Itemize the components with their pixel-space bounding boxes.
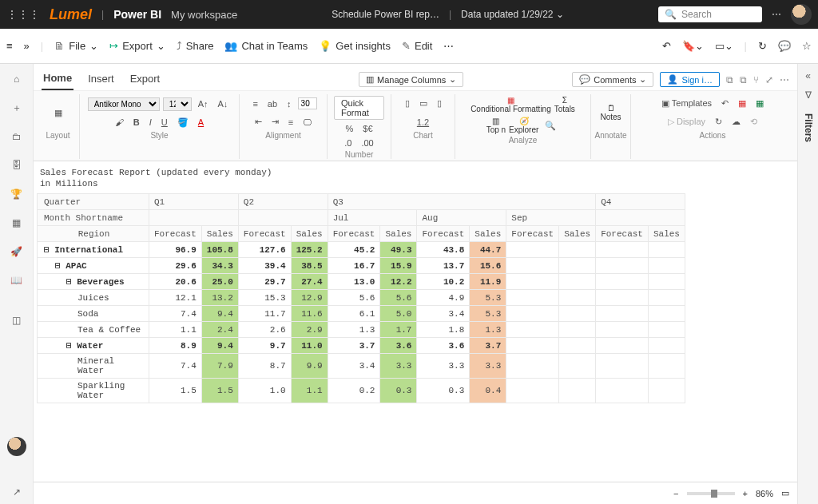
data-cell[interactable]: 27.4 — [291, 274, 328, 290]
topn-button[interactable]: ▥Top n — [486, 117, 506, 134]
data-cell[interactable]: 7.4 — [149, 306, 202, 322]
col-forecast[interactable]: Forecast — [328, 226, 380, 242]
search-icon[interactable]: 🔍 — [542, 120, 559, 132]
nav-toggle-icon[interactable]: ≡ — [6, 40, 13, 52]
notes-button[interactable]: 🗒Notes — [600, 104, 621, 121]
data-cell[interactable] — [506, 242, 559, 258]
grid-icon[interactable]: ▦ — [735, 97, 749, 109]
explorer-button[interactable]: 🧭Explorer — [509, 117, 538, 134]
col-forecast[interactable]: Forecast — [238, 226, 291, 242]
data-cell[interactable] — [596, 290, 649, 306]
data-cell[interactable]: 3.3 — [470, 354, 506, 379]
data-cell[interactable]: 29.6 — [149, 258, 202, 274]
data-cell[interactable]: 20.6 — [149, 274, 202, 290]
table-row[interactable]: Tea & Coffee1.12.42.62.91.31.71.81.3 — [38, 322, 685, 338]
data-cell[interactable]: 44.7 — [470, 242, 506, 258]
data-cell[interactable] — [648, 242, 685, 258]
data-cell[interactable] — [559, 274, 596, 290]
refresh-icon[interactable]: ↻ — [712, 116, 725, 128]
data-cell[interactable]: 3.4 — [328, 354, 380, 379]
data-cell[interactable]: 45.2 — [328, 242, 380, 258]
align-num-input[interactable] — [298, 97, 317, 109]
manage-columns-button[interactable]: ▥Manage Columns⌄ — [359, 72, 463, 87]
data-cell[interactable]: 38.5 — [291, 258, 328, 274]
brush-icon[interactable]: 🖌 — [112, 117, 127, 128]
data-cell[interactable] — [559, 258, 596, 274]
data-cell[interactable] — [506, 290, 559, 306]
chart-col-icon[interactable]: ▯ — [402, 97, 413, 109]
data-cell[interactable] — [506, 274, 559, 290]
data-cell[interactable]: 3.7 — [328, 338, 380, 354]
table-row[interactable]: ⊟ APAC29.634.339.438.516.715.913.715.6 — [38, 258, 685, 274]
book-icon[interactable]: 📖 — [10, 273, 24, 288]
data-cell[interactable] — [648, 274, 685, 290]
comments-button[interactable]: 💬Comments⌄ — [572, 72, 653, 87]
app-launcher-icon[interactable]: ⋮⋮⋮ — [6, 8, 40, 21]
data-cell[interactable]: 2.6 — [238, 322, 291, 338]
col-forecast[interactable]: Forecast — [149, 226, 202, 242]
table-row[interactable]: Sparkling Water1.51.51.01.10.20.30.30.4 — [38, 379, 685, 403]
data-cell[interactable] — [559, 242, 596, 258]
col-jul[interactable]: Jul — [328, 210, 417, 226]
data-cell[interactable]: 9.7 — [238, 338, 291, 354]
data-cell[interactable]: 4.9 — [417, 290, 470, 306]
edit-button[interactable]: ✎Edit — [402, 40, 432, 52]
col-q3[interactable]: Q3 — [328, 194, 595, 210]
data-cell[interactable]: 16.7 — [328, 258, 380, 274]
data-cell[interactable]: 12.1 — [149, 290, 202, 306]
data-cell[interactable]: 11.0 — [291, 338, 328, 354]
data-cell[interactable]: 3.3 — [417, 354, 470, 379]
plus-icon[interactable]: ＋ — [10, 101, 24, 115]
copy2-icon[interactable]: ⧉ — [740, 74, 747, 85]
data-cell[interactable] — [596, 354, 649, 379]
data-cell[interactable] — [596, 274, 649, 290]
data-cell[interactable]: 0.2 — [328, 379, 380, 403]
row-height-icon[interactable]: ↕ — [284, 98, 295, 109]
table-row[interactable]: Mineral Water7.47.98.79.93.43.33.33.3 — [38, 354, 685, 379]
data-cell[interactable] — [506, 306, 559, 322]
data-cell[interactable]: 9.4 — [201, 338, 238, 354]
sync-icon[interactable]: ⟲ — [747, 116, 760, 128]
data-cell[interactable]: 3.3 — [380, 354, 417, 379]
grid-icon[interactable]: ▦ — [10, 216, 24, 230]
data-cell[interactable]: 7.4 — [149, 354, 202, 379]
data-cell[interactable] — [596, 379, 649, 403]
data-cell[interactable]: 43.8 — [417, 242, 470, 258]
data-cell[interactable]: 1.8 — [417, 322, 470, 338]
view-icon[interactable]: ▭⌄ — [715, 40, 733, 52]
templates-button[interactable]: ▣ Templates — [658, 97, 715, 109]
collapse-icon[interactable]: « — [805, 70, 811, 81]
data-cell[interactable]: 3.6 — [380, 338, 417, 354]
data-cell[interactable]: 11.9 — [470, 274, 506, 290]
refresh-icon[interactable]: ↻ — [758, 40, 767, 52]
italic-icon[interactable]: I — [146, 117, 155, 128]
data-cell[interactable]: 1.0 — [238, 379, 291, 403]
bold-icon[interactable]: B — [130, 117, 143, 128]
decimal-inc-icon[interactable]: .0 — [341, 137, 355, 149]
data-cell[interactable]: 105.8 — [201, 242, 238, 258]
data-cell[interactable]: 3.4 — [417, 306, 470, 322]
search-box[interactable]: 🔍 Search — [658, 6, 762, 22]
fit-page-icon[interactable]: ▭ — [781, 488, 789, 498]
data-cell[interactable]: 3.7 — [470, 338, 506, 354]
fill-color-icon[interactable]: 🪣 — [174, 117, 192, 129]
tab-export[interactable]: Export — [129, 69, 162, 89]
col-forecast[interactable]: Forecast — [596, 226, 649, 242]
data-cell[interactable] — [596, 306, 649, 322]
filter-icon[interactable]: ⑂ — [753, 74, 759, 85]
align-left-icon[interactable]: ≡ — [249, 98, 260, 109]
col-q2[interactable]: Q2 — [238, 194, 328, 210]
data-cell[interactable]: 15.9 — [380, 258, 417, 274]
col-sales[interactable]: Sales — [559, 226, 596, 242]
chart-more-icon[interactable]: ▯ — [434, 97, 445, 109]
data-cell[interactable]: 1.5 — [201, 379, 238, 403]
align-text-icon[interactable]: ab — [264, 98, 280, 109]
workspace-name[interactable]: My workspace — [171, 9, 237, 21]
expand-nav-icon[interactable]: ↗ — [10, 485, 24, 499]
zoom-out-icon[interactable]: − — [673, 489, 678, 498]
table-row[interactable]: ⊟ International96.9105.8127.6125.245.249… — [38, 242, 685, 258]
screen-icon[interactable]: 🖵 — [300, 117, 315, 128]
data-cell[interactable] — [648, 354, 685, 379]
data-cell[interactable]: 25.0 — [201, 274, 238, 290]
expand-icon[interactable]: » — [24, 40, 30, 52]
